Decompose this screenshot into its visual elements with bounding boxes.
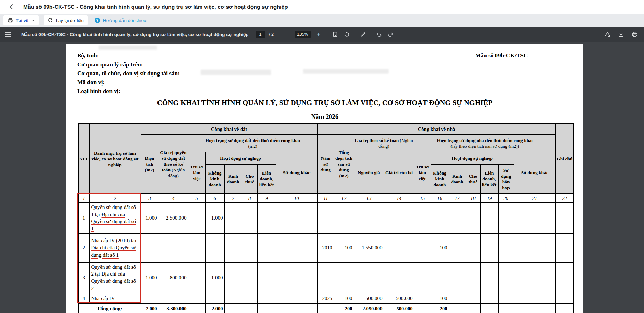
label: Hiện trạng sử dụng nhà đến thời điểm côn… <box>437 138 532 143</box>
save-to-drive-icon <box>604 31 611 38</box>
info-line: Loại hình đơn vị: <box>77 87 180 96</box>
printer-icon <box>8 18 13 23</box>
col-num: 9 <box>257 194 276 203</box>
page-number-input[interactable]: 1 <box>256 31 265 38</box>
document-info-block: Bộ, tỉnh: Cơ quan quản lý cấp trên: Cơ q… <box>77 51 180 96</box>
group-header-land-status: Hiện trạng sử dụng đất đến thời điểm côn… <box>188 134 317 152</box>
guide-link[interactable]: ? Hướng dẫn đối chiếu <box>93 18 149 23</box>
cell <box>384 262 414 293</box>
redo-button[interactable] <box>387 31 395 38</box>
fit-page-button[interactable] <box>331 31 339 38</box>
cell: 200 <box>334 304 354 313</box>
col-num: 8 <box>242 194 257 203</box>
reload-data-button[interactable]: Lấy lại dữ liệu <box>44 15 88 25</box>
cell <box>480 233 498 262</box>
download-label: Tải về <box>16 18 28 23</box>
col-header-land-no-business: Không kinh doanh <box>205 164 224 194</box>
divider <box>278 31 278 38</box>
info-line: Bộ, tỉnh: <box>77 51 180 60</box>
column-number-row: 1 2 3 4 5 6 7 8 9 10 11 12 13 14 15 16 1 <box>78 194 574 203</box>
cell <box>480 203 498 233</box>
cell: 2.050.000 <box>354 304 384 313</box>
cell <box>384 233 414 262</box>
cell <box>242 233 257 262</box>
help-icon: ? <box>95 18 100 23</box>
col-header-land-other: Sử dụng khác <box>276 152 317 194</box>
col-header-house-office: Trụ sở làm việc <box>414 152 431 194</box>
cell <box>480 293 498 304</box>
cell <box>431 203 449 233</box>
cell <box>414 304 431 313</box>
col-num: 11 <box>317 194 334 203</box>
print-button[interactable] <box>631 31 639 38</box>
download-button[interactable] <box>617 31 625 38</box>
total-row: Tổng cộng: 2.000 3.300.000 2.000 200 2.0… <box>78 304 574 313</box>
col-header-land-rent: Cho thuê <box>242 164 257 194</box>
cell <box>159 293 188 304</box>
col-header-land-business: Kinh doanh <box>224 164 242 194</box>
cell-stt: 1 <box>78 203 89 233</box>
col-header-land-value: Giá trị quyền sử dụng đất theo sổ kế toá… <box>159 134 188 194</box>
col-header-land-office: Trụ sở làm việc <box>188 152 205 194</box>
cell <box>555 203 574 233</box>
col-header-house-rent: Cho thuê <box>466 164 480 194</box>
cell <box>555 262 574 293</box>
cell <box>276 293 317 304</box>
col-header-house-business: Kinh doanh <box>449 164 466 194</box>
pdf-viewport[interactable]: Bộ, tỉnh: Cơ quan quản lý cấp trên: Cơ q… <box>0 42 644 313</box>
cell <box>466 304 480 313</box>
cell <box>224 304 242 313</box>
cell <box>205 233 224 262</box>
col-num: 10 <box>276 194 317 203</box>
unit: (lấy theo diện tích sàn sử dụng (m2)) <box>415 143 555 149</box>
cell <box>466 262 480 293</box>
divider <box>327 31 327 38</box>
cell <box>224 293 242 304</box>
save-to-drive-button[interactable] <box>604 31 611 38</box>
zoom-out-button[interactable]: − <box>282 30 291 39</box>
cell <box>242 304 257 313</box>
cell <box>480 304 498 313</box>
col-num: 13 <box>354 194 384 203</box>
rotate-button[interactable] <box>343 31 351 38</box>
cell-stt: 4 <box>78 293 89 304</box>
cell: 100 <box>431 233 449 262</box>
cell <box>141 233 159 262</box>
col-num: 14 <box>384 194 414 203</box>
menu-icon[interactable] <box>5 30 14 39</box>
col-num: 1 <box>78 194 89 203</box>
name-text: Nhà cấp IV <box>91 295 115 301</box>
pdf-toolbar: Mẫu số 09b-CK-TSC - Công khai tình hình … <box>0 27 644 42</box>
info-line: Cơ quan quản lý cấp trên: <box>77 60 180 69</box>
col-header-origin-price: Nguyên giá <box>354 152 384 194</box>
col-num: 17 <box>449 194 466 203</box>
annotate-button[interactable] <box>359 31 367 38</box>
back-button[interactable] <box>6 1 18 13</box>
cell <box>498 233 514 262</box>
toolbar-right-controls <box>604 27 639 42</box>
col-num: 19 <box>480 194 498 203</box>
col-header-house-no-business: Không kinh doanh <box>431 164 449 194</box>
info-line: Cơ quan, tổ chức, đơn vị sử dụng tài sản… <box>77 69 180 78</box>
cell: 1.000 <box>205 203 224 233</box>
col-num: 5 <box>188 194 205 203</box>
redacted-text-smudge <box>99 46 157 50</box>
info-line: Mã đơn vị: <box>77 78 180 87</box>
cell <box>498 262 514 293</box>
download-file-button[interactable]: Tải về <box>3 15 39 25</box>
table-row: 2 Nhà cấp IV (2010) tại Địa chỉ của Quyề… <box>78 233 574 262</box>
pen-icon <box>360 32 366 37</box>
cell: 2010 <box>317 233 334 262</box>
col-num: 6 <box>205 194 224 203</box>
zoom-in-button[interactable]: + <box>315 30 323 39</box>
undo-button[interactable] <box>375 31 383 38</box>
cell <box>159 233 188 262</box>
cell: 1.550.000 <box>354 233 384 262</box>
zoom-level[interactable]: 135% <box>295 31 311 38</box>
cell <box>276 203 317 233</box>
pdf-document-title: Mẫu số 09b-CK-TSC - Công khai tình hình … <box>21 32 248 37</box>
cell <box>205 293 224 304</box>
cell <box>466 203 480 233</box>
cell <box>276 233 317 262</box>
cell <box>555 293 574 304</box>
